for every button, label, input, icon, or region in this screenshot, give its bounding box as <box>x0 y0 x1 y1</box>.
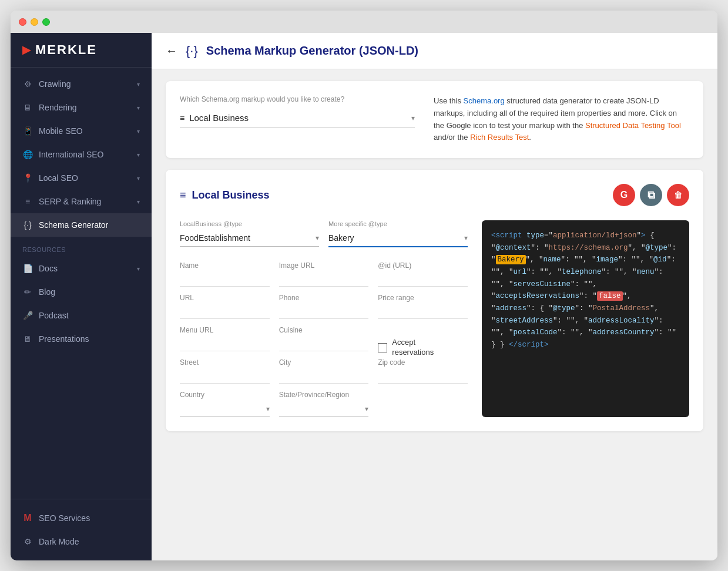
sidebar-item-label: Schema Generator <box>39 220 108 230</box>
sidebar-item-seo-services[interactable]: M SEO Services <box>11 506 152 530</box>
price-range-label: Price range <box>378 294 468 302</box>
header-schema-icon: {·} <box>186 43 198 59</box>
sidebar-item-label: International SEO <box>39 150 104 159</box>
sidebar-item-presentations[interactable]: 🖥 Presentations <box>11 327 152 351</box>
sidebar-item-dark-mode[interactable]: ⚙ Dark Mode <box>11 530 152 553</box>
chevron-down-icon: ▾ <box>137 81 140 88</box>
logo-arrow-icon: ▶ <box>22 43 32 56</box>
url-input[interactable] <box>180 304 270 319</box>
zip-input[interactable] <box>378 369 468 384</box>
schema-icon: {·} <box>22 220 33 230</box>
sidebar-item-mobile-seo[interactable]: 📱 Mobile SEO ▾ <box>11 119 152 143</box>
sidebar-item-docs[interactable]: 📄 Docs ▾ <box>11 257 152 280</box>
price-range-input[interactable] <box>378 304 468 319</box>
local-business-type-value: FoodEstablishment <box>180 233 316 243</box>
fields-grid: Name Image URL @id (URL) <box>180 261 468 417</box>
action-buttons: G ⧉ 🗑 <box>613 184 689 206</box>
form-title-icon: ≡ <box>180 189 186 201</box>
state-chevron-icon: ▾ <box>365 405 368 413</box>
form-fields: LocalBusiness @type FoodEstablishment ▾ … <box>180 220 468 417</box>
code-panel: <script type="application/ld+json"> { "@… <box>482 220 689 417</box>
image-url-input[interactable] <box>279 272 369 287</box>
chevron-down-icon: ▾ <box>137 105 140 111</box>
phone-label: Phone <box>279 294 369 302</box>
state-select[interactable]: ▾ <box>279 401 369 417</box>
sidebar-item-serp-ranking[interactable]: ≡ SERP & Ranking ▾ <box>11 190 152 213</box>
sidebar-item-label: SERP & Ranking <box>39 197 101 206</box>
minimize-button[interactable] <box>31 18 38 26</box>
type-row: LocalBusiness @type FoodEstablishment ▾ … <box>180 220 468 247</box>
sidebar-item-blog[interactable]: ✏ Blog <box>11 280 152 304</box>
sidebar-item-crawling[interactable]: ⚙ Crawling ▾ <box>11 72 152 96</box>
copy-button[interactable]: ⧉ <box>640 184 662 206</box>
menu-url-input[interactable] <box>180 337 270 351</box>
schema-select-wrapper[interactable]: ≡ Local Business ▾ <box>180 108 415 128</box>
schema-type-icon: ≡ <box>180 113 184 123</box>
city-input[interactable] <box>279 369 369 384</box>
logo: ▶ MERKLE <box>11 33 152 68</box>
main-scroll: Which Schema.org markup would you like t… <box>152 69 717 560</box>
sidebar-item-local-seo[interactable]: 📍 Local SEO ▾ <box>11 166 152 190</box>
zip-label: Zip code <box>378 358 468 367</box>
form-card: ≡ Local Business G ⧉ 🗑 <box>166 170 703 431</box>
schema-select-section: Which Schema.org markup would you like t… <box>180 95 415 144</box>
sidebar: ▶ MERKLE ⚙ Crawling ▾ 🖥 Rendering <box>11 33 152 560</box>
local-business-type-select[interactable]: FoodEstablishment ▾ <box>180 230 319 247</box>
back-button[interactable]: ← <box>166 44 177 58</box>
country-chevron-icon: ▾ <box>266 405 270 413</box>
sidebar-item-podcast[interactable]: 🎤 Podcast <box>11 304 152 327</box>
zip-field-group: Zip code <box>378 358 468 391</box>
sidebar-item-label: Presentations <box>39 334 89 344</box>
serp-icon: ≡ <box>22 196 33 207</box>
google-test-button[interactable]: G <box>613 184 635 206</box>
mobile-icon: 📱 <box>22 126 33 136</box>
state-field-group: State/Province/Region ▾ <box>279 391 369 417</box>
sidebar-item-rendering[interactable]: 🖥 Rendering ▾ <box>11 96 152 119</box>
sidebar-item-label: Blog <box>39 287 55 297</box>
id-url-label: @id (URL) <box>378 261 468 270</box>
international-icon: 🌐 <box>22 149 33 160</box>
price-range-field-group: Price range <box>378 294 468 326</box>
rich-results-link[interactable]: Rich Results Test <box>470 133 529 142</box>
cuisine-label: Cuisine <box>279 326 369 334</box>
local-business-type-label: LocalBusiness @type <box>180 220 319 227</box>
name-input[interactable] <box>180 272 270 287</box>
structured-data-link[interactable]: Structured Data Testing Tool <box>585 121 681 130</box>
specific-type-select[interactable]: Bakery ▾ <box>328 230 468 247</box>
schema-org-link[interactable]: Schema.org <box>464 96 505 105</box>
sidebar-item-schema-generator[interactable]: {·} Schema Generator <box>11 213 152 237</box>
sidebar-item-international-seo[interactable]: 🌐 International SEO ▾ <box>11 143 152 166</box>
accept-reservations-checkbox[interactable] <box>378 343 387 352</box>
sidebar-item-label: Mobile SEO <box>39 126 83 136</box>
cuisine-input[interactable] <box>279 337 369 351</box>
country-field-group: Country ▾ <box>180 391 270 417</box>
specific-type-chevron-icon: ▾ <box>464 234 468 242</box>
info-description: Use this Schema.org structured data gene… <box>434 95 689 144</box>
cuisine-field-group: Cuisine <box>279 326 369 358</box>
country-select[interactable]: ▾ <box>180 401 270 417</box>
image-url-label: Image URL <box>279 261 369 270</box>
trash-icon: 🗑 <box>674 190 682 200</box>
title-bar <box>11 11 717 33</box>
street-label: Street <box>180 358 270 367</box>
docs-icon: 📄 <box>22 263 33 274</box>
seo-services-icon: M <box>22 513 33 523</box>
schema-select-value: Local Business <box>189 113 411 123</box>
name-field-group: Name <box>180 261 270 294</box>
maximize-button[interactable] <box>42 18 50 26</box>
specific-type-field: More specific @type Bakery ▾ <box>328 220 468 247</box>
state-label: State/Province/Region <box>279 391 369 399</box>
accept-reservations-label: Acceptreservations <box>392 338 434 358</box>
city-field-group: City <box>279 358 369 391</box>
accept-reservations-field-group: Acceptreservations <box>378 326 468 358</box>
delete-button[interactable]: 🗑 <box>667 184 689 206</box>
phone-input[interactable] <box>279 304 369 319</box>
close-button[interactable] <box>19 18 26 26</box>
info-card: Which Schema.org markup would you like t… <box>166 81 703 158</box>
main-content: ← {·} Schema Markup Generator (JSON-LD) … <box>152 33 717 560</box>
traffic-lights <box>19 18 50 26</box>
city-label: City <box>279 358 369 367</box>
podcast-icon: 🎤 <box>22 310 33 321</box>
street-input[interactable] <box>180 369 270 384</box>
id-url-input[interactable] <box>378 272 468 287</box>
